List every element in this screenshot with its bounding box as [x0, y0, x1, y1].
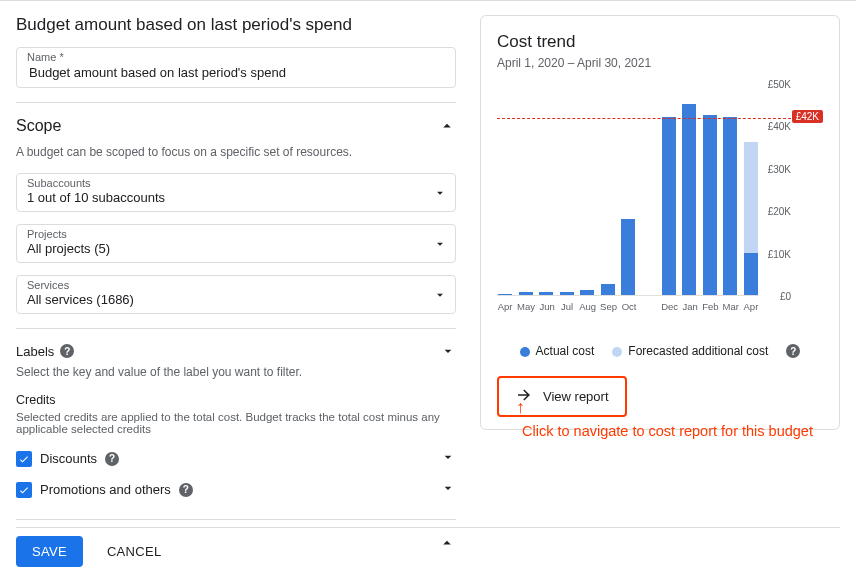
chevron-down-icon — [433, 186, 447, 200]
services-select[interactable]: Services All services (1686) — [16, 275, 456, 314]
legend-actual: Actual cost — [520, 344, 595, 358]
projects-value: All projects (5) — [27, 241, 110, 256]
threshold-tag: £42K — [792, 110, 823, 123]
x-axis-labels: AprMayJunJulAugSepOctDecJanFebMarApr — [497, 301, 759, 312]
chevron-down-icon — [433, 288, 447, 302]
help-icon[interactable]: ? — [60, 344, 74, 358]
labels-section-toggle[interactable]: Labels ? — [16, 343, 456, 359]
view-report-label: View report — [543, 389, 609, 404]
footer: SAVE CANCEL — [16, 527, 840, 567]
name-label: Name * — [27, 51, 64, 63]
credit-discounts-row[interactable]: Discounts ? — [16, 443, 456, 474]
scope-heading: Scope — [16, 117, 61, 135]
help-icon[interactable]: ? — [786, 344, 800, 358]
divider — [16, 102, 456, 103]
checkbox-checked-icon[interactable] — [16, 451, 32, 467]
help-icon[interactable]: ? — [179, 483, 193, 497]
subaccounts-value: 1 out of 10 subaccounts — [27, 190, 165, 205]
checkbox-checked-icon[interactable] — [16, 482, 32, 498]
divider — [16, 328, 456, 329]
credit-label: Promotions and others — [40, 482, 171, 497]
subaccounts-select[interactable]: Subaccounts 1 out of 10 subaccounts — [16, 173, 456, 212]
credit-label: Discounts — [40, 451, 97, 466]
annotation-text: Click to navigate to cost report for thi… — [522, 423, 813, 439]
annotation: ↑ Click to navigate to cost report for t… — [522, 413, 813, 439]
chart-bars — [497, 84, 759, 296]
date-range: April 1, 2020 – April 30, 2021 — [497, 56, 823, 70]
cost-trend-card: Cost trend April 1, 2020 – April 30, 202… — [480, 15, 840, 430]
chevron-down-icon — [433, 237, 447, 251]
name-field[interactable]: Name * — [16, 47, 456, 88]
divider — [16, 519, 456, 520]
chevron-down-icon — [440, 449, 456, 468]
credits-heading: Credits — [16, 393, 456, 407]
save-button[interactable]: SAVE — [16, 536, 83, 567]
chart-legend: Actual cost Forecasted additional cost ? — [497, 344, 823, 358]
threshold-line: £42K — [497, 118, 791, 119]
name-input[interactable] — [27, 64, 445, 81]
labels-description: Select the key and value of the label yo… — [16, 365, 456, 379]
cost-trend-chart: £50K£40K£30K£20K£10K£0 £42K AprMayJunJul… — [497, 84, 823, 320]
labels-heading: Labels — [16, 344, 54, 359]
credits-description: Selected credits are applied to the tota… — [16, 411, 456, 435]
scope-description: A budget can be scoped to focus on a spe… — [16, 145, 456, 159]
credit-promotions-row[interactable]: Promotions and others ? — [16, 474, 456, 505]
y-axis-ticks: £50K£40K£30K£20K£10K£0 — [763, 84, 791, 296]
services-value: All services (1686) — [27, 292, 134, 307]
chevron-up-icon — [438, 117, 456, 135]
arrow-up-icon: ↑ — [516, 397, 525, 418]
help-icon[interactable]: ? — [105, 452, 119, 466]
services-label: Services — [27, 279, 69, 291]
projects-select[interactable]: Projects All projects (5) — [16, 224, 456, 263]
cost-trend-title: Cost trend — [497, 32, 823, 52]
chevron-down-icon — [440, 343, 456, 359]
projects-label: Projects — [27, 228, 67, 240]
scope-section-toggle[interactable]: Scope — [16, 117, 456, 135]
cancel-button[interactable]: CANCEL — [101, 543, 168, 560]
chevron-down-icon — [440, 480, 456, 499]
subaccounts-label: Subaccounts — [27, 177, 91, 189]
page-title: Budget amount based on last period's spe… — [16, 15, 456, 35]
legend-forecast: Forecasted additional cost — [612, 344, 768, 358]
